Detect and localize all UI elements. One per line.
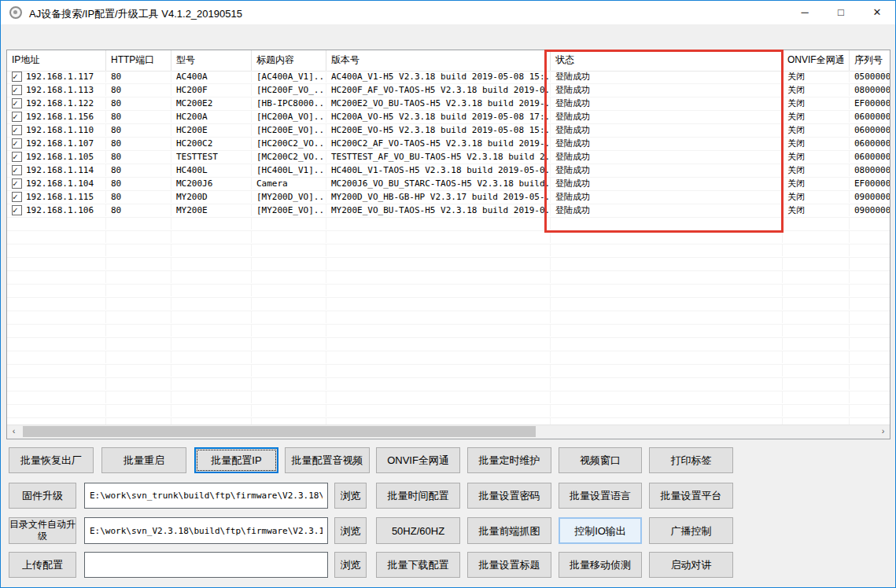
batch-download-config-button[interactable]: 批量下载配置 (376, 552, 460, 578)
table-row[interactable]: 192.168.1.10580TESTTEST[MC200C2_VO...TES… (7, 151, 890, 164)
table-row[interactable]: 192.168.1.10780HC200C2[HC200C2_VO...HC20… (7, 138, 890, 151)
table-row[interactable]: 192.168.1.11780AC400A[AC400A_V1]...AC400… (7, 71, 890, 84)
upload-config-button[interactable]: 上传配置 (9, 552, 76, 578)
empty-cell (783, 378, 850, 390)
firmware-upgrade-button[interactable]: 固件升级 (9, 483, 76, 509)
table-row[interactable]: 192.168.1.11380HC200F[HC200F_VO_...HC200… (7, 84, 890, 97)
batch-reboot-button[interactable]: 批量重启 (101, 447, 186, 473)
empty-cell (106, 298, 171, 310)
start-talk-button[interactable]: 启动对讲 (649, 552, 733, 578)
row-checkbox[interactable] (12, 98, 22, 108)
table-row[interactable]: 192.168.1.15680HC200A[HC200A_VO]...HC200… (7, 111, 890, 124)
browse-firmware-button[interactable]: 浏览 (334, 483, 367, 509)
row-checkbox[interactable] (12, 112, 22, 122)
upload-path-input[interactable] (84, 552, 328, 578)
row-checkbox[interactable] (12, 72, 22, 82)
cell-serial: 09000000 (850, 191, 890, 203)
cell-title: [HC400L_V1]... (252, 164, 326, 176)
batch-timed-maintenance-button[interactable]: 批量定时维护 (467, 447, 551, 473)
empty-cell (783, 244, 850, 256)
batch-time-config-button[interactable]: 批量时间配置 (376, 483, 460, 509)
column-header[interactable]: 版本号 (326, 50, 551, 71)
table-row[interactable]: 192.168.1.10480MC200J6CameraMC200J6_VO_B… (7, 178, 890, 191)
empty-cell (106, 218, 171, 230)
row-checkbox[interactable] (12, 165, 22, 175)
batch-set-password-button[interactable]: 批量设置密码 (467, 483, 551, 509)
broadcast-control-button[interactable]: 广播控制 (649, 517, 733, 544)
cell-ip-text: 192.168.1.110 (26, 125, 94, 135)
scroll-right-icon[interactable]: › (876, 425, 890, 438)
cell-version: HC200F_AF_VO-TAOS-H5 V2.3.18 build 2019-… (326, 84, 551, 96)
column-header[interactable]: IP地址 (7, 50, 106, 71)
maximize-button[interactable]: □ (823, 1, 859, 24)
empty-cell (850, 351, 890, 363)
print-label-button[interactable]: 打印标签 (649, 447, 733, 473)
empty-cell (326, 338, 551, 350)
empty-cell (326, 298, 551, 310)
cell-model: HC200A (171, 111, 252, 123)
row-checkbox[interactable] (12, 138, 22, 149)
cell-serial: 06000000 (850, 151, 890, 163)
empty-cell (850, 338, 890, 350)
cell-title: [MY200D_VO]... (252, 191, 326, 203)
cell-ip: 192.168.1.107 (7, 138, 106, 149)
scroll-left-icon[interactable]: ‹ (7, 425, 20, 438)
column-header[interactable]: 标题内容 (252, 50, 326, 71)
column-header[interactable]: 型号 (171, 50, 252, 71)
cell-version: HC200C2_AF_VO-TAOS-H5 V2.3.18 build 2019… (326, 138, 551, 149)
empty-cell (783, 365, 850, 377)
column-header[interactable]: HTTP端口 (106, 50, 171, 71)
batch-motion-detect-button[interactable]: 批量移动侦测 (559, 552, 642, 578)
cell-model: HC400L (171, 164, 252, 176)
row-checkbox[interactable] (12, 205, 22, 215)
empty-cell (7, 338, 106, 350)
empty-cell (326, 231, 551, 243)
batch-set-language-button[interactable]: 批量设置语言 (559, 483, 642, 509)
dir-auto-upgrade-button[interactable]: 目录文件自动升级 (9, 517, 76, 544)
row-checkbox[interactable] (12, 152, 22, 162)
empty-cell (326, 258, 551, 270)
batch-snapshot-button[interactable]: 批量前端抓图 (467, 517, 551, 544)
hz-toggle-button[interactable]: 50HZ/60HZ (376, 517, 460, 544)
browse-dir-button[interactable]: 浏览 (334, 517, 367, 544)
cell-model: AC400A (171, 71, 252, 83)
empty-cell (783, 338, 850, 350)
table-row[interactable]: 192.168.1.11080HC200E[HC200E_VO]...HC200… (7, 124, 890, 138)
cell-title: [HC200A_VO]... (252, 111, 326, 123)
cell-port: 80 (106, 124, 171, 136)
firmware-path-input[interactable] (84, 483, 328, 509)
batch-config-ip-button[interactable]: 批量配置IP (194, 447, 278, 473)
batch-config-av-button[interactable]: 批量配置音视频 (285, 447, 370, 473)
empty-cell (7, 405, 106, 417)
table-row[interactable]: 192.168.1.11480HC400L[HC400L_V1]...HC400… (7, 164, 890, 178)
horizontal-scrollbar[interactable]: ‹ › (7, 424, 890, 439)
row-checkbox[interactable] (12, 125, 22, 135)
table-row[interactable]: 192.168.1.10680MY200E[MY200E_VO]...MY200… (7, 204, 890, 218)
onvif-button[interactable]: ONVIF全网通 (376, 447, 460, 473)
close-button[interactable]: ✕ (859, 1, 895, 24)
table-row[interactable]: 192.168.1.11580MY200D[MY200D_VO]...MY200… (7, 191, 890, 204)
control-io-button[interactable]: 控制IO输出 (559, 517, 642, 544)
scrollbar-thumb[interactable] (23, 426, 536, 437)
cell-onvif: 关闭 (783, 71, 850, 83)
batch-set-platform-button[interactable]: 批量设置平台 (649, 483, 733, 509)
empty-cell (783, 271, 850, 283)
browse-upload-button[interactable]: 浏览 (334, 552, 367, 578)
minimize-button[interactable]: ─ (787, 1, 823, 24)
row-checkbox[interactable] (12, 178, 22, 189)
row-checkbox[interactable] (12, 85, 22, 95)
table-row[interactable]: 192.168.1.12280MC200E2[HB-IPC8000...MC20… (7, 97, 890, 111)
row-checkbox[interactable] (12, 192, 22, 202)
column-header[interactable]: 状态 (551, 50, 783, 71)
cell-title: Camera (252, 178, 326, 189)
column-header[interactable]: ONVIF全网通 (783, 50, 850, 71)
table-empty-row (7, 365, 890, 378)
cell-ip: 192.168.1.122 (7, 97, 106, 109)
video-window-button[interactable]: 视频窗口 (559, 447, 642, 473)
cell-ip: 192.168.1.105 (7, 151, 106, 163)
column-header[interactable]: 序列号 (850, 50, 890, 71)
empty-cell (252, 244, 326, 256)
batch-set-title-button[interactable]: 批量设置标题 (467, 552, 551, 578)
dir-path-input[interactable] (84, 517, 328, 544)
batch-restore-factory-button[interactable]: 批量恢复出厂 (9, 447, 94, 473)
